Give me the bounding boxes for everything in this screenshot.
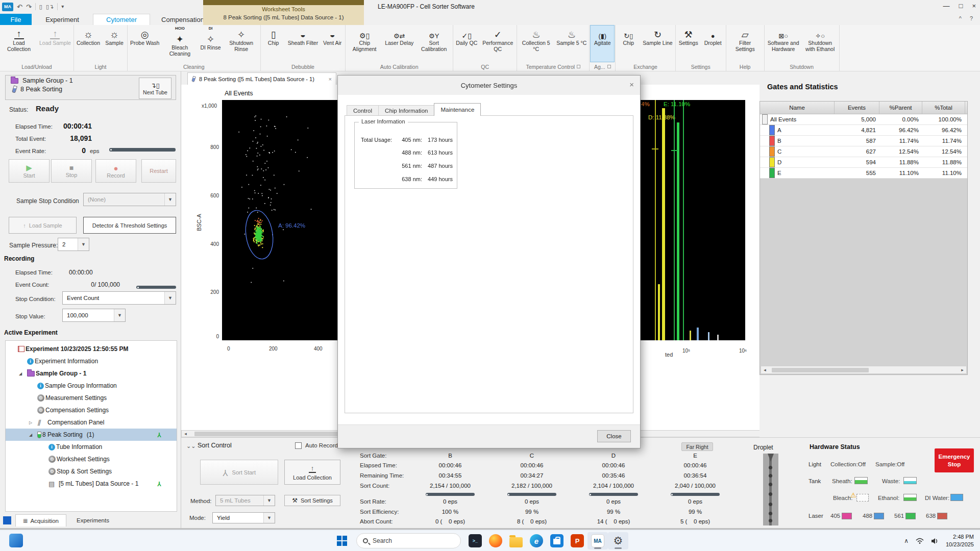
scroll-right-icon[interactable]: ▸: [959, 367, 966, 372]
sort-start-button[interactable]: Y Sort Start: [200, 460, 278, 485]
sort-calibration-button[interactable]: Sort Calibration: [415, 25, 452, 62]
stop-button[interactable]: ■Stop: [51, 159, 92, 183]
di-rinse-button[interactable]: DI DI Rinse: [198, 25, 223, 62]
tree-sample-group-information[interactable]: Sample Group Information: [6, 380, 177, 392]
chip-alignment-button[interactable]: Chip Alignment: [346, 25, 383, 62]
tree-tube-information[interactable]: Tube Information: [6, 441, 177, 453]
settings-button[interactable]: Settings: [676, 25, 701, 62]
tree-stop-sort-settings[interactable]: Stop & Sort Settings: [6, 465, 177, 478]
gate-color-swatch[interactable]: [769, 146, 775, 157]
sheath-filter-button[interactable]: Sheath Filter: [286, 25, 321, 62]
gate-row-b[interactable]: B 587 11.74% 11.74%: [760, 136, 967, 146]
performance-qc-button[interactable]: Performance QC: [479, 25, 516, 62]
restart-button[interactable]: Restart: [141, 159, 176, 183]
load-collection-button-sort[interactable]: ↑ Load Collection: [284, 460, 340, 485]
gate-row-c[interactable]: C 627 12.54% 12.54%: [760, 146, 967, 157]
software-hardware-button[interactable]: Software and Hardware: [765, 25, 802, 62]
taskbar-clock[interactable]: 2:48 PM 10/23/2025: [946, 533, 978, 548]
laser-delay-button[interactable]: Laser Delay: [383, 25, 415, 62]
dialog-title-bar[interactable]: Cytometer Settings: [338, 76, 640, 95]
store-app-icon[interactable]: [547, 532, 567, 549]
widgets-icon[interactable]: [9, 534, 23, 547]
gate-row-all-events[interactable]: All Events 5,000 0.00% 100.00%: [760, 114, 967, 125]
stop-value-combo[interactable]: 100,000▼: [62, 309, 126, 322]
mode-select[interactable]: Yield▼: [212, 512, 275, 523]
tab-acquisition[interactable]: ▦Acquisition: [15, 514, 66, 527]
gate-color-swatch[interactable]: [769, 157, 775, 167]
tree-experiment-information[interactable]: Experiment Information: [6, 355, 177, 367]
column-parent[interactable]: %Parent: [879, 102, 922, 114]
chevron-collapse-icon[interactable]: ⌄⌄: [186, 443, 195, 449]
title-bar[interactable]: MA ↶ ↷ ▯ ▯↴ ▾ LE-MA900FP - Cell Sorter S…: [0, 0, 980, 14]
minimize-button[interactable]: —: [943, 2, 950, 10]
tree-compensation-panel[interactable]: ▷ Compensation Panel: [6, 416, 177, 429]
gate-a-label[interactable]: A: 96.42%: [278, 222, 305, 229]
tube-next-tool-icon[interactable]: ▯↴: [46, 4, 54, 10]
tab-cytometer[interactable]: Cytometer: [93, 14, 150, 25]
tree-worksheet-settings[interactable]: Worksheet Settings: [6, 453, 177, 465]
qat-customize-icon[interactable]: ▾: [61, 4, 64, 9]
gate-color-swatch[interactable]: [769, 168, 775, 178]
scroll-left-icon[interactable]: ◂: [761, 367, 769, 372]
worksheet-tab[interactable]: 8 Peak Sorting ([5 mL Tubes] Data Source…: [187, 72, 336, 85]
close-button-dialog[interactable]: Close: [597, 430, 631, 442]
tree-expander-icon[interactable]: ▷: [29, 420, 37, 425]
tree-expander-icon[interactable]: ◢: [29, 433, 37, 437]
settings-app-icon[interactable]: [608, 532, 628, 549]
light-sample-button[interactable]: Sample: [102, 25, 127, 62]
filter-settings-button[interactable]: Filter Settings: [727, 25, 764, 62]
close-button[interactable]: ×: [972, 2, 976, 10]
column-total[interactable]: %Total: [922, 102, 965, 114]
gates-table-header[interactable]: Name Events %Parent %Total: [760, 102, 967, 114]
column-events[interactable]: Events: [835, 102, 879, 114]
start-button[interactable]: [332, 532, 352, 549]
far-right-chip[interactable]: Far Right: [681, 442, 713, 451]
dialog-close-icon[interactable]: ×: [629, 80, 634, 89]
tree-expander-icon[interactable]: ◢: [19, 371, 27, 376]
tree-sample-group[interactable]: ◢ Sample Group - 1: [6, 367, 177, 380]
office-app-icon[interactable]: P: [567, 532, 587, 549]
probe-wash-button[interactable]: Probe Wash: [128, 25, 161, 62]
load-sample-button[interactable]: Load Sample: [37, 25, 73, 62]
vent-air-button[interactable]: Vent Air: [320, 25, 345, 62]
gate-row-a[interactable]: A 4,821 96.42% 96.42%: [760, 125, 967, 136]
exchange-chip-button[interactable]: Chip: [616, 25, 641, 62]
agitate-button[interactable]: Agitate: [590, 25, 615, 62]
dialog-launcher-icon[interactable]: [607, 65, 611, 68]
app-logo-icon[interactable]: MA: [2, 3, 13, 11]
browser-app-icon[interactable]: [485, 532, 506, 549]
taskbar-search[interactable]: Search: [356, 533, 461, 548]
worksheet-tab-close-icon[interactable]: ×: [329, 76, 332, 82]
tree-experiment[interactable]: Experiment 10/23/2025 12:50:55 PM: [6, 343, 177, 355]
maximize-button[interactable]: □: [959, 2, 963, 10]
tab-control[interactable]: Control: [347, 105, 379, 116]
gate-color-swatch[interactable]: [769, 136, 775, 146]
gate-row-e[interactable]: E 555 11.10% 11.10%: [760, 168, 967, 179]
auto-record-checkbox[interactable]: [295, 442, 302, 449]
daily-qc-button[interactable]: Daily QC: [454, 25, 479, 62]
stop-condition-select[interactable]: Event Count▼: [62, 291, 176, 305]
debubble-chip-button[interactable]: Chip: [261, 25, 286, 62]
detector-threshold-settings-button[interactable]: Detector & Threshold Settings: [83, 217, 176, 234]
contextual-tab-group[interactable]: Worksheet Tools 8 Peak Sorting ([5 mL Tu…: [203, 0, 364, 25]
tree-compensation-settings[interactable]: Compensation Settings: [6, 404, 177, 416]
next-tube-button[interactable]: ↴▯Next Tube: [139, 78, 172, 99]
gate-color-swatch[interactable]: [769, 125, 775, 135]
sort-settings-button[interactable]: ⚒Sort Settings: [284, 495, 340, 506]
sample-line-button[interactable]: Sample Line: [641, 25, 674, 62]
bleach-cleaning-button[interactable]: HClO Bleach Cleaning: [161, 25, 198, 62]
sample-stop-condition-select[interactable]: (None)▼: [83, 193, 176, 206]
gates-table[interactable]: Name Events %Parent %Total All Events 5,…: [760, 101, 968, 375]
speaker-icon[interactable]: [931, 538, 939, 544]
tree-measurement-settings[interactable]: Measurement Settings: [6, 392, 177, 404]
record-button[interactable]: ●Record: [95, 159, 136, 183]
tray-expand-icon[interactable]: ∧: [904, 537, 909, 544]
droplet-button[interactable]: Droplet: [701, 25, 725, 62]
undo-icon[interactable]: ↶: [17, 4, 22, 10]
tab-experiments[interactable]: Experiments: [67, 514, 118, 527]
shutdown-ethanol-button[interactable]: Shutdown with Ethanol: [802, 25, 839, 62]
load-sample-button[interactable]: ↑Load Sample: [9, 217, 77, 234]
tree-data-source[interactable]: [5 mL Tubes] Data Source - 1: [6, 478, 177, 490]
sample-pressure-select[interactable]: 2▼: [58, 238, 89, 251]
droplet-camera-image[interactable]: [763, 454, 778, 525]
